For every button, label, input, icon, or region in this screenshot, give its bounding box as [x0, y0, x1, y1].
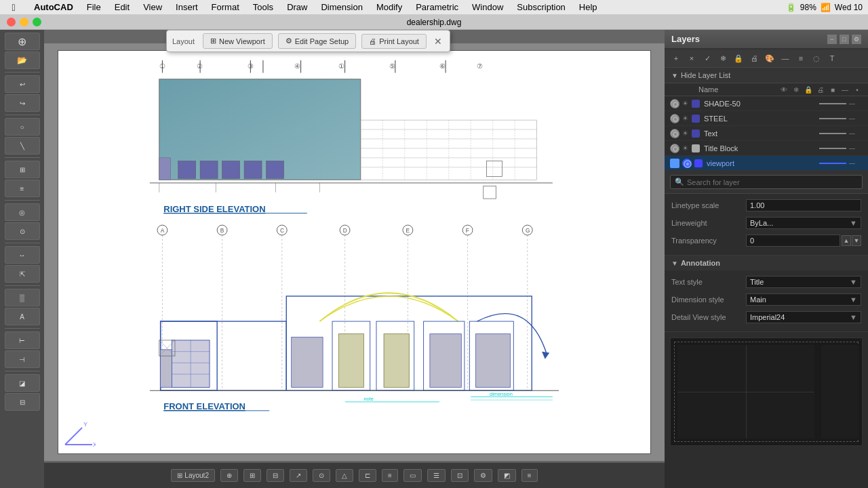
selection-button[interactable]: ▭ — [403, 469, 422, 482]
layer-freeze-text[interactable]: ☀ — [682, 129, 692, 137]
linetype-button[interactable]: — — [778, 52, 793, 65]
search-layer-input[interactable] — [687, 178, 858, 186]
layer-vis-text[interactable] — [670, 129, 679, 138]
hatch-button[interactable]: ▒ — [5, 289, 40, 306]
layer-row-titleblock[interactable]: ☀ Title Block — — [665, 141, 868, 156]
delete-layer-button[interactable]: × — [684, 52, 699, 65]
menu-tools[interactable]: Tools — [246, 0, 280, 14]
menu-dimension[interactable]: Dimension — [314, 0, 369, 14]
new-layer-button[interactable]: + — [669, 52, 684, 65]
snap-tracking-button[interactable]: ⊕ — [220, 469, 238, 482]
zoom-button[interactable]: ⊙ — [5, 222, 40, 240]
undo-button[interactable]: ↩ — [5, 75, 40, 93]
menu-draw[interactable]: Draw — [280, 0, 314, 14]
layer-vis-titleblock[interactable] — [670, 144, 679, 153]
transparency-button[interactable]: ≡ — [382, 469, 398, 482]
layer-vis-steel[interactable] — [670, 114, 679, 123]
polar-button[interactable]: ↗ — [290, 469, 307, 482]
layer-freeze-steel[interactable]: ☀ — [682, 115, 692, 122]
menu-view[interactable]: View — [136, 0, 169, 14]
model-space-button[interactable]: ◩ — [498, 469, 516, 482]
units-button[interactable]: ⊡ — [451, 469, 469, 482]
open-button[interactable]: 📂 — [5, 52, 40, 69]
transparency-up-button[interactable]: ▲ — [842, 235, 851, 246]
menu-window[interactable]: Window — [465, 0, 510, 14]
move-button[interactable]: ↔ — [5, 246, 40, 264]
new-viewport-button[interactable]: ⊞ New Viewport — [203, 33, 273, 49]
freeze-all-button[interactable]: ❄ — [715, 52, 730, 65]
dimension-style-dropdown[interactable]: Main ▼ — [746, 293, 861, 306]
menu-edit[interactable]: Edit — [108, 0, 136, 14]
text-button[interactable]: A — [5, 308, 40, 325]
transparency-down-button[interactable]: ▼ — [852, 235, 861, 246]
transparency-value[interactable]: 0 — [746, 235, 840, 247]
minimize-window-button[interactable] — [20, 18, 28, 26]
properties-button[interactable]: ≡ — [5, 180, 40, 197]
layer-color-shade50[interactable] — [692, 100, 700, 108]
dim-button[interactable]: ⊢ — [5, 331, 40, 349]
text-style-dropdown[interactable]: Title ▼ — [746, 276, 861, 288]
menu-modify[interactable]: Modify — [370, 0, 409, 14]
grid-button[interactable]: ⊞ — [243, 469, 261, 482]
transparency-all-button[interactable]: ◌ — [809, 52, 824, 65]
snap-button[interactable]: ◎ — [5, 203, 40, 221]
draw-circle-button[interactable]: ○ — [5, 118, 40, 136]
menu-subscription[interactable]: Subscription — [510, 0, 572, 14]
menu-file[interactable]: File — [80, 0, 108, 14]
layout2-tab[interactable]: ⊞ Layout2 — [171, 469, 215, 482]
layer-row-viewport[interactable]: viewport — — [665, 156, 868, 171]
linetype-scale-value[interactable]: 1.00 — [746, 199, 861, 211]
snap-mode-button[interactable]: △ — [336, 469, 353, 482]
modify-button[interactable]: ⊞ — [5, 161, 40, 178]
ortho-button[interactable]: ⊟ — [267, 469, 284, 482]
redo-button[interactable]: ↪ — [5, 94, 40, 112]
close-toolbar-button[interactable]: ✕ — [432, 35, 444, 47]
lineweight-dropdown[interactable]: ByLa... ▼ — [746, 217, 861, 229]
layers-minimize-button[interactable]: − — [827, 35, 837, 44]
print-all-button[interactable]: 🖨 — [747, 52, 762, 65]
hide-layer-list[interactable]: ▼ Hide Layer List — [665, 68, 868, 83]
layer-color-viewport[interactable] — [694, 159, 703, 167]
new-button[interactable]: ⊕ — [5, 33, 40, 50]
lineweight-all-button[interactable]: ≡ — [793, 52, 808, 65]
lock-all-button[interactable]: 🔒 — [731, 52, 746, 65]
description-button[interactable]: T — [825, 52, 840, 65]
customize-button[interactable]: ≡ — [521, 469, 538, 482]
layout-btn[interactable]: ⊟ — [5, 393, 40, 411]
close-window-button[interactable] — [7, 18, 16, 26]
menu-insert[interactable]: Insert — [169, 0, 205, 14]
layer-color-titleblock[interactable] — [692, 144, 700, 152]
scale-button[interactable]: ⇱ — [5, 265, 40, 283]
make-current-button[interactable]: ✓ — [700, 52, 715, 65]
color-all-button[interactable]: 🎨 — [762, 52, 777, 65]
lineweight-button[interactable]: ⊏ — [359, 469, 376, 482]
object-snap-button[interactable]: ⊙ — [313, 469, 330, 482]
layer-vis-shade50[interactable] — [670, 99, 679, 108]
insert-button[interactable]: ⊣ — [5, 350, 40, 368]
print-layout-button[interactable]: 🖨 Print Layout — [361, 34, 427, 49]
layer-row-text[interactable]: ☀ Text — — [665, 126, 868, 141]
canvas-area[interactable]: Layout ⊞ New Viewport ⚙ Edit Page Setup … — [44, 30, 665, 488]
detail-view-dropdown[interactable]: Imperial24 ▼ — [746, 311, 861, 323]
annotation-section-header[interactable]: ▼ Annotation — [665, 256, 868, 270]
layer-row-shade50[interactable]: ☀ SHADE-50 — — [665, 96, 868, 111]
menu-help[interactable]: Help — [572, 0, 604, 14]
gizmo-button[interactable]: ☰ — [427, 469, 446, 482]
layers-expand-button[interactable]: □ — [840, 35, 849, 44]
menu-format[interactable]: Format — [205, 0, 246, 14]
layer-color-text[interactable] — [692, 129, 700, 138]
apple-menu[interactable]:  — [0, 2, 27, 13]
workspace-button[interactable]: ⚙ — [474, 469, 492, 482]
layer-freeze-titleblock[interactable]: ☀ — [682, 144, 692, 152]
layer-color-steel[interactable] — [692, 115, 700, 123]
menu-parametric[interactable]: Parametric — [409, 0, 465, 14]
name-column-header[interactable]: Name — [698, 85, 778, 94]
layer-freeze-shade50[interactable]: ☀ — [682, 100, 692, 107]
draw-line-button[interactable]: ╲ — [5, 137, 40, 155]
menu-autocad[interactable]: AutoCAD — [27, 0, 80, 14]
maximize-window-button[interactable] — [33, 18, 41, 26]
layer-vis-viewport[interactable] — [682, 159, 692, 168]
layers-settings-button[interactable]: ⚙ — [852, 35, 861, 44]
layer-row-steel[interactable]: ☀ STEEL — — [665, 111, 868, 126]
edit-page-setup-button[interactable]: ⚙ Edit Page Setup — [278, 33, 357, 49]
